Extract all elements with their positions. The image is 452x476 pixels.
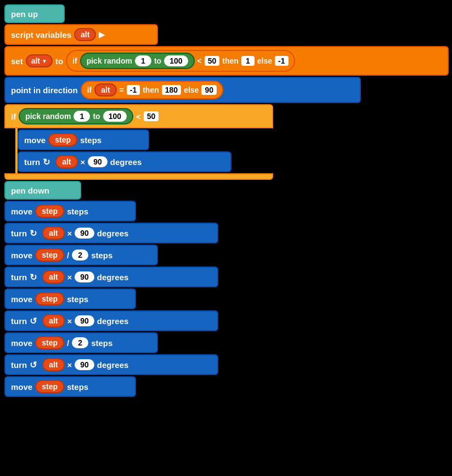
degrees3-label: degrees (97, 273, 129, 282)
point-direction-block[interactable]: point in direction if alt = -1 then 180 … (4, 77, 361, 103)
set-label: set (11, 56, 23, 66)
div-label: / (67, 251, 69, 260)
script-variables-block[interactable]: script variables alt ▶ (4, 24, 158, 45)
scratch-script: pen up script variables alt ▶ set alt ▼ … (4, 4, 452, 397)
random-max-val[interactable]: 100 (164, 55, 188, 66)
steps2-label: steps (67, 207, 88, 216)
pick-random-2[interactable]: pick random 1 to 100 (19, 108, 133, 124)
point-direction-label: point in direction (11, 86, 78, 95)
turn5-block[interactable]: turn ↺ alt × 90 degrees (4, 354, 218, 375)
turn1-block[interactable]: turn ↻ alt × 90 degrees (18, 151, 231, 172)
pick-random-inner-label: pick random (87, 56, 132, 65)
move6-label: move (11, 382, 32, 392)
if2-label: if (11, 112, 16, 121)
x1-label: × (81, 157, 86, 167)
turn4-label: turn (11, 316, 27, 326)
degrees2-label: degrees (97, 229, 129, 238)
alt1-pill[interactable]: alt (55, 155, 77, 168)
equals-label: = (120, 86, 124, 94)
pick-random-inner[interactable]: pick random 1 to 100 (80, 53, 195, 69)
deg3-val[interactable]: 90 (75, 271, 94, 282)
less2-label: < (136, 112, 141, 121)
alt4-pill[interactable]: alt (42, 314, 64, 327)
step6-pill[interactable]: step (35, 380, 64, 393)
else-label: else (257, 56, 272, 65)
pen-down-label: pen down (11, 186, 49, 195)
script-variables-label: script variables (11, 30, 71, 39)
pen-up-block[interactable]: pen up (4, 4, 65, 23)
less-than-label: < (197, 56, 202, 65)
step5-pill[interactable]: step (35, 336, 64, 349)
to-inner-label: to (154, 56, 161, 65)
move3-block[interactable]: move step / 2 steps (4, 245, 158, 265)
divval2-box[interactable]: 2 (72, 337, 88, 348)
val-neg1-box[interactable]: -1 (275, 56, 288, 66)
move5-block[interactable]: move step / 2 steps (4, 332, 158, 353)
if-main-block: if pick random 1 to 100 < 50 move step s… (4, 104, 452, 180)
degrees5-label: degrees (97, 360, 129, 370)
turn4-block[interactable]: turn ↺ alt × 90 degrees (4, 310, 218, 331)
turn1-label: turn (24, 157, 40, 167)
random2-min[interactable]: 1 (74, 111, 90, 122)
step2-pill[interactable]: step (35, 205, 64, 218)
if-header-row[interactable]: if pick random 1 to 100 < 50 (4, 104, 273, 128)
turn4-ccw-icon: ↺ (30, 316, 39, 326)
move4-block[interactable]: move step steps (4, 288, 136, 309)
pen-down-block[interactable]: pen down (4, 181, 81, 200)
then-label: then (222, 56, 239, 65)
divval-box[interactable]: 2 (72, 250, 88, 260)
ternary-block[interactable]: if pick random 1 to 100 < 50 then 1 else… (66, 50, 295, 72)
alt3-pill[interactable]: alt (42, 270, 64, 284)
deg5-val[interactable]: 90 (75, 359, 94, 370)
alt5-pill[interactable]: alt (42, 358, 64, 371)
val-180-box[interactable]: 180 (162, 85, 181, 95)
turn2-label: turn (11, 229, 27, 238)
to2-label: to (93, 112, 100, 121)
move2-block[interactable]: move step steps (4, 201, 136, 222)
if-inner-label: if (72, 56, 77, 65)
val-1-box[interactable]: 1 (241, 56, 255, 66)
div2-label: / (67, 338, 69, 348)
step1-pill[interactable]: step (48, 133, 77, 146)
degrees1-label: degrees (110, 157, 142, 167)
turn5-ccw-icon: ↺ (30, 360, 39, 370)
turn5-label: turn (11, 360, 27, 370)
move2-label: move (11, 207, 32, 216)
alt2-pill[interactable]: alt (42, 226, 64, 240)
random2-max[interactable]: 100 (103, 111, 127, 122)
if-pt-label: if (87, 86, 92, 94)
deg2-val[interactable]: 90 (75, 228, 94, 239)
steps5-label: steps (91, 338, 112, 348)
then-pt-label: then (143, 86, 159, 94)
alt-var-pill[interactable]: alt (74, 28, 96, 41)
move5-label: move (11, 338, 32, 348)
x5-label: × (67, 360, 72, 370)
step3-pill[interactable]: step (35, 248, 64, 262)
turn1-cw-icon: ↻ (43, 157, 53, 167)
neg1-box[interactable]: -1 (127, 85, 140, 95)
steps1-label: steps (80, 135, 101, 145)
steps3-label: steps (91, 251, 112, 260)
alt-pt-pill[interactable]: alt (94, 83, 116, 97)
alt-dropdown[interactable]: alt ▼ (26, 54, 53, 67)
deg4-val[interactable]: 90 (75, 315, 94, 326)
steps4-label: steps (67, 294, 88, 304)
if-footer (4, 173, 273, 180)
threshold-val[interactable]: 50 (205, 56, 220, 66)
point-ternary[interactable]: if alt = -1 then 180 else 90 (81, 81, 223, 99)
turn3-label: turn (11, 273, 27, 282)
move6-block[interactable]: move step steps (4, 376, 136, 397)
move4-label: move (11, 294, 32, 304)
move1-block[interactable]: move step steps (18, 129, 149, 150)
threshold2-val[interactable]: 50 (144, 111, 159, 121)
deg1-val[interactable]: 90 (88, 156, 108, 167)
random-min-val[interactable]: 1 (135, 55, 151, 66)
set-block[interactable]: set alt ▼ to if pick random 1 to 100 < 5… (4, 46, 449, 76)
x2-label: × (67, 229, 72, 238)
turn3-block[interactable]: turn ↻ alt × 90 degrees (4, 267, 218, 287)
degrees4-label: degrees (97, 316, 129, 326)
steps6-label: steps (67, 382, 88, 392)
step4-pill[interactable]: step (35, 292, 64, 305)
val-90-box[interactable]: 90 (201, 85, 217, 95)
turn2-block[interactable]: turn ↻ alt × 90 degrees (4, 223, 218, 243)
